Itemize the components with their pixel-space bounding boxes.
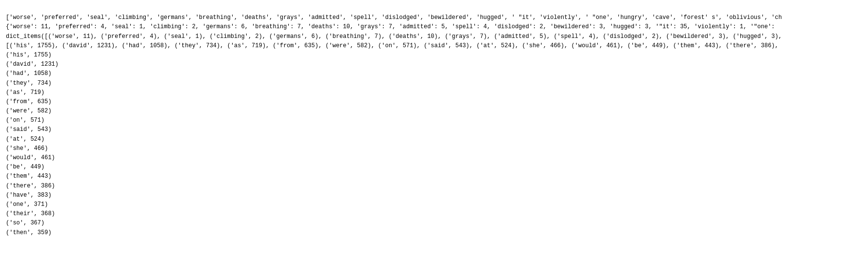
output-area: ['worse', 'preferred', 'seal', 'climbing… [6, 4, 862, 238]
output-line: [('his', 1755), ('david', 1231), ('had',… [6, 41, 862, 51]
output-line: ('david', 1231) [6, 60, 862, 69]
output-line: ('as', 719) [6, 88, 862, 97]
output-line: {'worse': 11, 'preferred': 4, 'seal': 1,… [6, 22, 862, 32]
output-line: ['worse', 'preferred', 'seal', 'climbing… [6, 13, 862, 22]
output-line: ('then', 359) [6, 228, 862, 238]
output-line: ('one', 371) [6, 200, 862, 209]
output-line: ('their', 368) [6, 209, 862, 219]
output-line: ('his', 1755) [6, 51, 862, 60]
output-line: ('be', 449) [6, 163, 862, 172]
output-line: ('have', 383) [6, 191, 862, 200]
output-line: ('there', 386) [6, 182, 862, 191]
output-line: ('so', 367) [6, 219, 862, 228]
output-line: ('from', 635) [6, 97, 862, 107]
output-line: ('would', 461) [6, 153, 862, 163]
output-line: ('on', 571) [6, 116, 862, 125]
output-line: ('were', 582) [6, 107, 862, 116]
output-line: ('said', 543) [6, 125, 862, 134]
output-line: ('they', 734) [6, 79, 862, 88]
output-line: dict_items([('worse', 11), ('preferred',… [6, 32, 862, 41]
output-line: ('at', 524) [6, 135, 862, 144]
output-line: ('she', 466) [6, 144, 862, 153]
output-line: ('had', 1058) [6, 69, 862, 78]
output-line: ('them', 443) [6, 172, 862, 181]
